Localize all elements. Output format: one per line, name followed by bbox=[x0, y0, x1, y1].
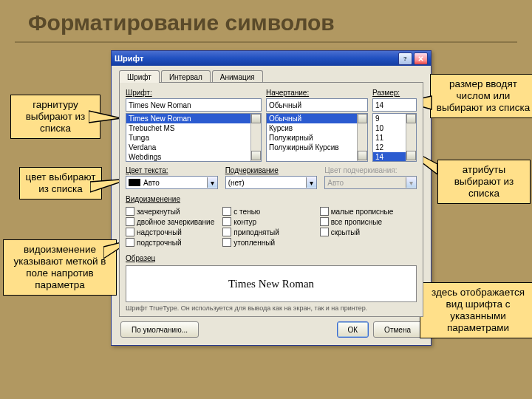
checkbox-outline[interactable]: контур bbox=[222, 217, 319, 226]
size-list[interactable]: 9 10 11 12 14 bbox=[372, 113, 417, 162]
tab-spacing[interactable]: Интервал bbox=[161, 70, 211, 83]
font-input[interactable]: Times New Roman bbox=[126, 98, 262, 112]
callout-font: гарнитуру выбирают из списка bbox=[10, 95, 100, 139]
callout-size: размер вводят числом или выбирают из спи… bbox=[430, 74, 532, 118]
font-label: Шрифт: bbox=[126, 89, 262, 97]
preview-box: Times New Roman bbox=[126, 265, 417, 302]
effects-group: Видоизменение зачеркнутый двойное зачерк… bbox=[126, 195, 417, 248]
preview-label: Образец bbox=[126, 254, 417, 262]
help-button[interactable]: ? bbox=[398, 52, 412, 65]
style-input[interactable]: Обычный bbox=[266, 98, 368, 112]
callout-preview: здесь отображается вид шрифта с указанны… bbox=[420, 282, 532, 338]
list-item[interactable]: Webdings bbox=[126, 152, 261, 162]
chevron-down-icon: ▾ bbox=[406, 177, 416, 188]
color-label: Цвет текста: bbox=[126, 166, 218, 174]
cancel-button[interactable]: Отмена bbox=[373, 321, 422, 338]
close-button[interactable] bbox=[414, 52, 428, 65]
list-item[interactable]: Обычный bbox=[267, 114, 367, 123]
checkbox-engrave[interactable]: утопленный bbox=[222, 238, 319, 247]
list-item[interactable]: Times New Roman bbox=[126, 114, 261, 123]
list-item[interactable]: Полужирный bbox=[267, 133, 367, 143]
scrollbar[interactable] bbox=[250, 114, 261, 161]
scrollbar[interactable] bbox=[406, 114, 416, 161]
list-item[interactable]: Tunga bbox=[126, 133, 261, 143]
ucolor-label: Цвет подчеркивания: bbox=[324, 166, 417, 174]
list-item[interactable]: Verdana bbox=[126, 143, 261, 152]
truetype-hint: Шрифт TrueType. Он используется для выво… bbox=[126, 304, 417, 312]
checkbox-smallcaps[interactable]: малые прописные bbox=[320, 207, 417, 216]
size-label: Размер: bbox=[372, 89, 417, 97]
svg-marker-1 bbox=[89, 111, 121, 123]
color-dropdown[interactable]: Авто ▾ bbox=[126, 176, 218, 189]
style-label: Начертание: bbox=[266, 89, 368, 97]
checkbox-shadow[interactable]: с тенью bbox=[222, 207, 319, 216]
chevron-down-icon: ▾ bbox=[207, 177, 217, 188]
list-item[interactable]: Курсив bbox=[267, 123, 367, 133]
checkbox-super[interactable]: надстрочный bbox=[126, 228, 222, 236]
font-list[interactable]: Times New Roman Trebuchet MS Tunga Verda… bbox=[126, 113, 262, 162]
underline-dropdown[interactable]: (нет) ▾ bbox=[225, 176, 318, 189]
checkbox-hidden[interactable]: скрытый bbox=[320, 228, 417, 236]
ucolor-dropdown: Авто ▾ bbox=[324, 176, 417, 189]
title-underline bbox=[15, 41, 517, 43]
checkbox-emboss[interactable]: приподнятый bbox=[222, 228, 319, 236]
callout-effects: видоизменение указывают меткой в поле на… bbox=[3, 239, 117, 296]
underline-value: (нет) bbox=[226, 179, 307, 187]
size-input[interactable]: 14 bbox=[372, 98, 417, 112]
checkbox-strike[interactable]: зачеркнутый bbox=[126, 207, 222, 216]
tab-animation[interactable]: Анимация bbox=[212, 70, 263, 83]
checkbox-dblstrike[interactable]: двойное зачеркивание bbox=[126, 217, 222, 226]
style-list[interactable]: Обычный Курсив Полужирный Полужирный Кур… bbox=[266, 113, 368, 162]
slide-title: Форматирование символов bbox=[28, 10, 335, 35]
svg-text:?: ? bbox=[403, 55, 407, 62]
font-dialog: Шрифт ? Шрифт Интервал Анимация Шрифт: T… bbox=[111, 50, 432, 346]
ok-button[interactable]: ОК bbox=[337, 321, 369, 338]
scrollbar[interactable] bbox=[357, 114, 367, 161]
tab-panel: Шрифт: Times New Roman Times New Roman T… bbox=[119, 82, 423, 317]
tab-strip: Шрифт Интервал Анимация bbox=[119, 70, 423, 83]
ucolor-value: Авто bbox=[325, 179, 406, 187]
titlebar[interactable]: Шрифт ? bbox=[112, 51, 431, 66]
list-item[interactable]: Полужирный Курсив bbox=[267, 143, 367, 152]
color-value: Авто bbox=[143, 179, 160, 187]
default-button[interactable]: По умолчанию... bbox=[120, 321, 199, 338]
underline-label: Подчеркивание bbox=[225, 166, 318, 174]
chevron-down-icon: ▾ bbox=[306, 177, 316, 188]
checkbox-allcaps[interactable]: все прописные bbox=[320, 217, 417, 226]
checkbox-sub[interactable]: подстрочный bbox=[126, 238, 222, 247]
effects-label: Видоизменение bbox=[126, 195, 417, 203]
callout-attrs: атрибуты выбирают из списка bbox=[437, 160, 531, 204]
list-item[interactable]: Trebuchet MS bbox=[126, 123, 261, 133]
dialog-title: Шрифт bbox=[115, 54, 397, 63]
tab-font[interactable]: Шрифт bbox=[119, 70, 160, 83]
color-swatch bbox=[129, 179, 140, 186]
